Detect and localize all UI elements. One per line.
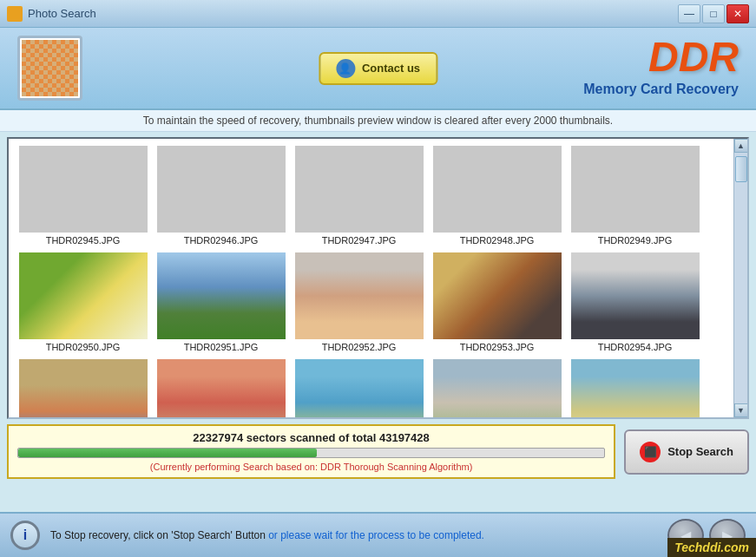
list-item[interactable]: THDR02946.JPG [154, 146, 288, 246]
list-item[interactable]: THDR02953.JPG [430, 252, 564, 352]
photo-thumbnail [295, 146, 424, 233]
contact-button[interactable]: 👤 Contact us [319, 52, 437, 85]
progress-bar-fill [18, 449, 317, 457]
bottom-text-1: To Stop recovery, click on 'Stop Search'… [50, 529, 268, 541]
progress-area: 22327974 sectors scanned of total 431974… [7, 424, 749, 479]
list-item[interactable]: THDR02949.JPG [568, 146, 702, 246]
list-item[interactable]: THDR02948.JPG [430, 146, 564, 246]
contact-icon: 👤 [336, 59, 355, 78]
stop-label: Stop Search [667, 445, 733, 458]
progress-bar-container [17, 448, 605, 458]
stop-icon: ⬛ [640, 442, 661, 462]
photo-thumbnail [433, 359, 562, 417]
photo-thumbnail [157, 146, 286, 233]
window-controls: — □ ✕ [678, 4, 749, 23]
list-item[interactable]: THDR02955.JPG [16, 359, 150, 417]
list-item[interactable]: THDR02952.JPG [292, 252, 426, 352]
close-button[interactable]: ✕ [726, 4, 749, 23]
list-item[interactable]: THDR02956.JPG [154, 359, 288, 417]
progress-box: 22327974 sectors scanned of total 431974… [7, 424, 615, 479]
scroll-thumb[interactable] [735, 156, 747, 182]
photo-grid: THDR02945.JPGTHDR02946.JPGTHDR02947.JPGT… [9, 139, 747, 417]
photo-label: THDR02948.JPG [460, 235, 535, 246]
minimize-button[interactable]: — [678, 4, 700, 23]
scrollbar[interactable]: ▲ ▼ [733, 139, 747, 417]
logo-checker [22, 40, 78, 96]
list-item[interactable]: THDR02958.JPG [430, 359, 564, 417]
bottom-text-2: or please wait for the process to be com… [268, 529, 484, 541]
titlebar: Photo Search — □ ✕ [0, 0, 756, 28]
ddr-text: DDR [583, 36, 739, 78]
logo-box [17, 36, 82, 101]
window-title: Photo Search [28, 7, 96, 20]
ddr-subtitle: Memory Card Recovery [583, 82, 739, 97]
stop-search-button[interactable]: ⬛ Stop Search [624, 429, 749, 475]
photo-thumbnail [19, 146, 148, 233]
photo-label: THDR02945.JPG [46, 235, 121, 246]
list-item[interactable]: THDR02954.JPG [568, 252, 702, 352]
photo-thumbnail [571, 252, 700, 339]
info-bar: To maintain the speed of recovery, thumb… [0, 110, 756, 132]
photo-area: THDR02945.JPGTHDR02946.JPGTHDR02947.JPGT… [7, 137, 749, 419]
sectors-text: 22327974 sectors scanned of total 431974… [17, 431, 605, 444]
photo-thumbnail [433, 252, 562, 339]
photo-label: THDR02953.JPG [460, 342, 535, 352]
photo-label: THDR02947.JPG [322, 235, 397, 246]
watermark: Techddi.com [667, 538, 756, 557]
photo-thumbnail [19, 359, 148, 417]
photo-thumbnail [157, 252, 286, 339]
photo-thumbnail [433, 146, 562, 233]
list-item[interactable]: THDR02945.JPG [16, 146, 150, 246]
list-item[interactable]: THDR02947.JPG [292, 146, 426, 246]
photo-label: THDR02949.JPG [598, 235, 673, 246]
photo-thumbnail [295, 359, 424, 417]
header: 👤 Contact us DDR Memory Card Recovery [0, 28, 756, 110]
maximize-button[interactable]: □ [702, 4, 725, 23]
photo-thumbnail [571, 359, 700, 417]
scroll-up-button[interactable]: ▲ [734, 139, 748, 153]
contact-label: Contact us [362, 62, 420, 75]
list-item[interactable]: THDR02951.JPG [154, 252, 288, 352]
bottom-text: To Stop recovery, click on 'Stop Search'… [50, 529, 657, 541]
scroll-track [734, 153, 747, 403]
photo-thumbnail [571, 146, 700, 233]
scroll-down-button[interactable]: ▼ [734, 403, 748, 417]
info-text: To maintain the speed of recovery, thumb… [143, 115, 613, 127]
list-item[interactable]: THDR02950.JPG [16, 252, 150, 352]
list-item[interactable]: THDR02959.JPG [568, 359, 702, 417]
ddr-logo: DDR Memory Card Recovery [583, 36, 739, 97]
info-icon: i [10, 521, 40, 550]
photo-label: THDR02946.JPG [184, 235, 259, 246]
bottom-bar: i To Stop recovery, click on 'Stop Searc… [0, 512, 756, 557]
algo-text: (Currently performing Search based on: D… [17, 462, 605, 472]
titlebar-left: Photo Search [7, 6, 96, 22]
photo-label: THDR02952.JPG [322, 342, 397, 352]
photo-thumbnail [19, 252, 148, 339]
list-item[interactable]: THDR02957.JPG [292, 359, 426, 417]
photo-label: THDR02951.JPG [184, 342, 259, 352]
photo-thumbnail [295, 252, 424, 339]
photo-label: THDR02954.JPG [598, 342, 673, 352]
photo-thumbnail [157, 359, 286, 417]
app-icon [7, 6, 23, 22]
photo-label: THDR02950.JPG [46, 342, 121, 352]
